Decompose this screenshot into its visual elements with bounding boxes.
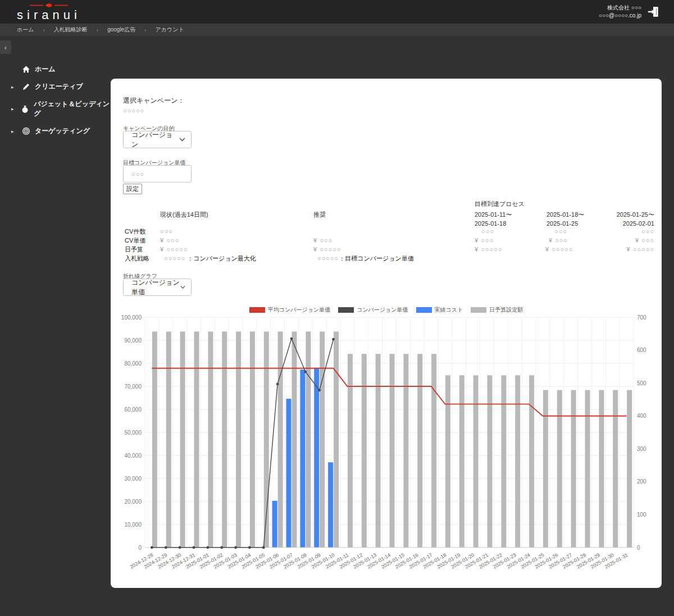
legend-label: 日予算設定額 — [489, 306, 523, 314]
process-period-1-from: 2025-01-11〜 — [475, 211, 512, 218]
svg-text:80,000: 80,000 — [124, 361, 142, 367]
process-period-2-from: 2025-01-18〜 — [547, 211, 584, 218]
col-header-current: 現状(過去14日間) — [160, 211, 208, 218]
sidebar-collapse-button[interactable]: ‹ — [0, 40, 11, 54]
col-header-recommended: 推奨 — [313, 211, 326, 218]
process-period-1-to: 2025-01-18 — [475, 220, 506, 227]
recommended-cv-price: ¥ ○○○ — [313, 237, 333, 244]
breadcrumb: ホーム › 入札戦略診断 › google広告 › アカウント — [0, 24, 674, 36]
money-bag-icon — [21, 104, 29, 113]
logo-text: siranui — [17, 8, 81, 22]
svg-text:300: 300 — [637, 446, 646, 452]
process-3-cv-count: ○○○ — [587, 228, 654, 235]
legend-item-0[interactable]: 平均コンバージョン単価 — [249, 306, 330, 314]
logout-icon[interactable] — [646, 4, 661, 19]
process-2-cv-price: ¥ ○○○ — [549, 237, 568, 244]
line-graph-select-value: コンバージョン単価 — [131, 278, 180, 297]
breadcrumb-separator: › — [43, 27, 44, 33]
process-1-cv-price: ¥ ○○○ — [475, 237, 494, 244]
legend-label: 実績コスト — [435, 306, 463, 314]
svg-text:40,000: 40,000 — [124, 453, 142, 459]
svg-text:30,000: 30,000 — [124, 476, 142, 482]
row-label-cv-price: CV単価 — [125, 237, 145, 244]
company-email: ○○○@○○○○.co.jp — [599, 12, 641, 20]
chart-svg: 010,00020,00030,00040,00050,00060,00070,… — [118, 313, 660, 582]
caret-right-icon: ▸ — [11, 84, 17, 90]
process-3-daily-budget: ¥ ○○○○○ — [587, 246, 654, 253]
sidebar-item-label: バジェット＆ビッディング — [34, 99, 110, 118]
current-bid-strategy-name: ：コンバージョン最大化 — [185, 255, 256, 262]
line-graph-select[interactable]: コンバージョン単価 — [123, 279, 192, 296]
col-header-process: 目標到達プロセス — [475, 200, 525, 208]
svg-text:20,000: 20,000 — [124, 499, 142, 505]
process-1-cv-count: ○○○ — [481, 228, 494, 235]
logo-ornament-icon — [26, 3, 71, 8]
breadcrumb-separator: › — [144, 27, 146, 33]
chevron-left-icon: ‹ — [4, 43, 7, 52]
breadcrumb-separator: › — [97, 27, 98, 33]
set-button[interactable]: 設定 — [123, 184, 142, 194]
home-icon — [21, 65, 30, 74]
breadcrumb-item-diagnosis[interactable]: 入札戦略診断 — [54, 26, 88, 34]
objective-select[interactable]: コンバージョン — [123, 131, 192, 148]
svg-text:400: 400 — [637, 413, 646, 419]
selected-campaign-label: 選択キャンペーン： — [123, 96, 184, 106]
current-bid-strategy: ○○○○○ ：コンバージョン最大化 — [164, 255, 256, 262]
svg-text:70,000: 70,000 — [124, 384, 142, 390]
sidebar-item-label: クリエーティブ — [35, 82, 83, 92]
process-period-3-from: 2025-01-25〜 — [587, 211, 654, 218]
breadcrumb-item-google-ads[interactable]: google広告 — [107, 26, 135, 34]
chevron-down-icon — [180, 285, 185, 289]
legend-swatch — [249, 307, 265, 313]
chevron-down-icon — [179, 138, 185, 142]
breadcrumb-item-account[interactable]: アカウント — [156, 26, 184, 34]
legend-item-3[interactable]: 日予算設定額 — [471, 306, 523, 314]
legend-swatch — [416, 307, 432, 313]
svg-text:700: 700 — [637, 314, 646, 321]
sidebar-item-label: ホーム — [35, 65, 56, 74]
header: siranui 株式会社 ○○○ ○○○@○○○○.co.jp — [0, 0, 674, 24]
chart-legend: 平均コンバージョン単価 コンバージョン単価 実績コスト 日予算設定額 — [111, 306, 662, 314]
legend-swatch — [338, 307, 354, 313]
process-2-daily-budget: ¥ ○○○○○ — [545, 246, 573, 253]
svg-text:10,000: 10,000 — [124, 522, 142, 528]
svg-text:0: 0 — [637, 545, 640, 551]
svg-text:200: 200 — [637, 478, 646, 485]
sidebar-item-creative[interactable]: ▸ クリエーティブ — [0, 79, 110, 94]
account-info: 株式会社 ○○○ ○○○@○○○○.co.jp — [599, 4, 641, 20]
sidebar-item-home[interactable]: ▸ ホーム — [0, 62, 110, 77]
recommended-daily-budget: ¥ ○○○○○ — [313, 246, 341, 253]
sidebar-item-targeting[interactable]: ▸ ターゲッティング — [0, 124, 110, 139]
app-root: siranui 株式会社 ○○○ ○○○@○○○○.co.jp ホーム › 入札… — [0, 0, 674, 616]
current-bid-strategy-placeholder: ○○○○○ — [164, 255, 185, 262]
recommended-bid-strategy: ○○○○○：目標コンバージョン単価 — [317, 255, 414, 262]
current-daily-budget: ¥ ○○○○○ — [160, 246, 188, 253]
caret-right-icon: ▸ — [11, 129, 17, 134]
sidebar-item-label: ターゲッティング — [35, 126, 90, 136]
current-cv-count: ○○○ — [160, 228, 173, 235]
row-label-bid-strategy: 入札戦略 — [125, 255, 149, 262]
logo: siranui — [17, 2, 81, 22]
process-period-2-to: 2025-01-25 — [547, 220, 578, 227]
svg-text:50,000: 50,000 — [124, 430, 142, 436]
process-1-daily-budget: ¥ ○○○○○ — [475, 246, 502, 253]
process-period-3-to: 2025-02-01 — [587, 220, 654, 227]
legend-item-2[interactable]: 実績コスト — [416, 306, 463, 314]
breadcrumb-item-home[interactable]: ホーム — [17, 26, 34, 34]
legend-label: 平均コンバージョン単価 — [268, 306, 330, 314]
caret-right-icon: ▸ — [11, 106, 16, 112]
pencil-icon — [21, 83, 30, 92]
legend-item-1[interactable]: コンバージョン単価 — [338, 306, 408, 314]
objective-select-value: コンバージョン — [131, 130, 179, 149]
row-label-daily-budget: 日予算 — [125, 246, 143, 253]
recommended-bid-strategy-placeholder: ○○○○○ — [317, 255, 339, 262]
svg-text:100: 100 — [637, 512, 646, 518]
current-cv-price: ¥ ○○○ — [160, 237, 179, 244]
svg-text:600: 600 — [637, 347, 646, 353]
svg-text:90,000: 90,000 — [124, 337, 142, 344]
process-2-cv-count: ○○○ — [554, 228, 567, 235]
svg-text:60,000: 60,000 — [124, 407, 142, 413]
target-cpa-input[interactable] — [123, 165, 192, 182]
sidebar-item-budget-bidding[interactable]: ▸ バジェット＆ビッディング — [0, 97, 110, 121]
svg-text:100,000: 100,000 — [121, 314, 142, 321]
